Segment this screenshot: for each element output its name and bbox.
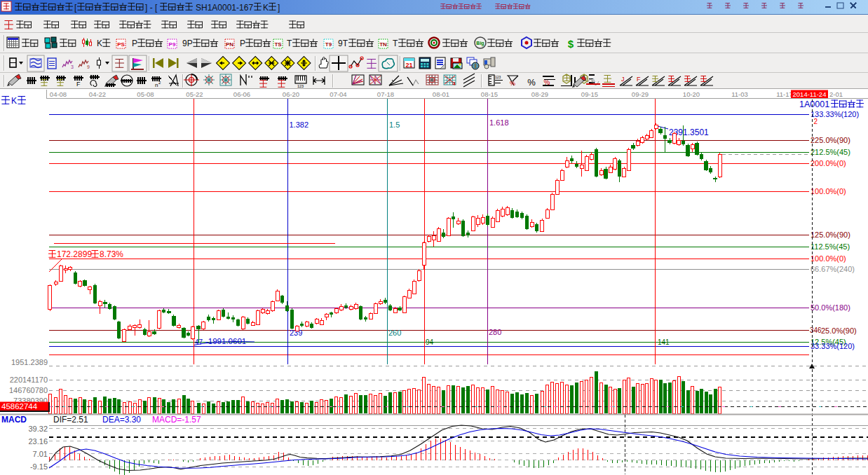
svg-text:K: K (11, 96, 17, 106)
svg-text:11-17: 11-17 (776, 90, 793, 98)
svg-text:21: 21 (405, 62, 412, 69)
svg-text:04-08: 04-08 (50, 90, 67, 98)
svg-text:146760780: 146760780 (9, 386, 48, 394)
svg-text:123: 123 (297, 84, 304, 88)
svg-text:141: 141 (658, 338, 670, 346)
svg-text:DEA=3.30: DEA=3.30 (102, 415, 141, 425)
svg-text:P: P (240, 39, 245, 48)
svg-text:23.16: 23.16 (28, 437, 48, 446)
svg-text:Big: Big (476, 41, 484, 46)
svg-text:TS: TS (274, 41, 282, 48)
svg-text:A: A (591, 77, 595, 84)
svg-text:94: 94 (426, 338, 434, 346)
svg-text:%: % (527, 77, 536, 88)
svg-text:39.32: 39.32 (28, 425, 48, 433)
svg-text:06-20: 06-20 (283, 90, 299, 98)
svg-text:]: ] (278, 3, 280, 13)
svg-text:PN: PN (226, 41, 233, 48)
svg-text:1.618: 1.618 (489, 118, 509, 127)
svg-text:] - [: ] - [ (145, 3, 158, 13)
svg-text:1.5: 1.5 (389, 121, 400, 129)
svg-text:T: T (393, 39, 398, 48)
svg-text:1951.2389: 1951.2389 (11, 358, 48, 366)
svg-text:50.0%(180): 50.0%(180) (811, 303, 850, 312)
svg-text:07-18: 07-18 (377, 90, 394, 98)
svg-text:-1991.0601: -1991.0601 (205, 337, 246, 345)
svg-text:9P: 9P (182, 39, 193, 48)
svg-text:$: $ (568, 38, 574, 50)
svg-text:06-06: 06-06 (233, 90, 250, 98)
svg-text:7.01: 7.01 (33, 450, 48, 458)
svg-text:08-01: 08-01 (433, 90, 449, 98)
svg-text:08-29: 08-29 (531, 90, 548, 98)
svg-text:-9.15: -9.15 (30, 462, 48, 471)
svg-text:225.0%(90): 225.0%(90) (811, 136, 850, 144)
svg-text:280: 280 (489, 328, 501, 336)
svg-text:100.0%(0): 100.0%(0) (811, 187, 846, 195)
svg-text:200.0%(0): 200.0%(0) (811, 159, 846, 167)
svg-text:3: 3 (71, 64, 74, 69)
svg-text:100.0%(0): 100.0%(0) (811, 254, 846, 263)
svg-text:05-08: 05-08 (137, 90, 154, 98)
svg-text:66.67%(240): 66.67%(240) (811, 265, 855, 273)
svg-text:04-22: 04-22 (89, 90, 106, 98)
svg-text:09-15: 09-15 (581, 90, 598, 98)
svg-text:2014-11-24: 2014-11-24 (793, 90, 827, 98)
svg-text:F: F (637, 76, 641, 83)
svg-text:10-20: 10-20 (683, 90, 700, 98)
svg-text:K: K (263, 3, 269, 13)
svg-text:45862744: 45862744 (1, 402, 38, 411)
svg-text:P: P (132, 39, 137, 48)
svg-text:%: % (510, 80, 515, 87)
svg-text:PS: PS (117, 41, 125, 48)
svg-text:08-15: 08-15 (481, 90, 498, 98)
svg-text:9T: 9T (338, 39, 348, 48)
svg-text:47: 47 (195, 338, 203, 346)
svg-text:09-29: 09-29 (632, 90, 649, 98)
svg-text:25.0%(90): 25.0%(90) (821, 326, 857, 335)
svg-text:2-01: 2-01 (829, 90, 843, 98)
svg-text:1A0001: 1A0001 (799, 99, 829, 109)
svg-text:J: J (621, 76, 625, 83)
svg-text:F: F (76, 81, 81, 88)
svg-text:05-22: 05-22 (186, 90, 203, 98)
svg-text:8.73%: 8.73% (100, 249, 123, 259)
svg-text:n: n (155, 82, 158, 88)
svg-text:DIF=2.51: DIF=2.51 (53, 415, 88, 425)
svg-text:33.33%(120): 33.33%(120) (811, 342, 855, 350)
svg-text:MACD: MACD (1, 415, 27, 425)
svg-text:T9: T9 (325, 41, 332, 48)
svg-text:2: 2 (814, 118, 818, 125)
svg-text:220141170: 220141170 (10, 376, 48, 384)
svg-text:11-03: 11-03 (731, 90, 748, 98)
svg-text:125.0%(90): 125.0%(90) (811, 230, 850, 239)
svg-text:260: 260 (388, 329, 401, 337)
svg-text:K: K (97, 39, 102, 48)
svg-text:1.382: 1.382 (290, 121, 309, 129)
svg-text:P9: P9 (169, 41, 176, 48)
svg-text:9: 9 (87, 64, 90, 69)
svg-text:133.33%(120): 133.33%(120) (811, 110, 859, 118)
svg-text:172.2899: 172.2899 (57, 249, 92, 259)
svg-text:123: 123 (495, 75, 501, 79)
svg-text:TN: TN (379, 41, 387, 48)
svg-text:07-04: 07-04 (330, 90, 346, 98)
svg-text:T: T (287, 39, 292, 48)
svg-text:MACD=-1.57: MACD=-1.57 (152, 415, 201, 425)
svg-text:112.5%(45): 112.5%(45) (811, 242, 850, 251)
svg-text:212.5%(45): 212.5%(45) (811, 148, 850, 156)
svg-text:SH1A0001-167: SH1A0001-167 (196, 3, 253, 13)
